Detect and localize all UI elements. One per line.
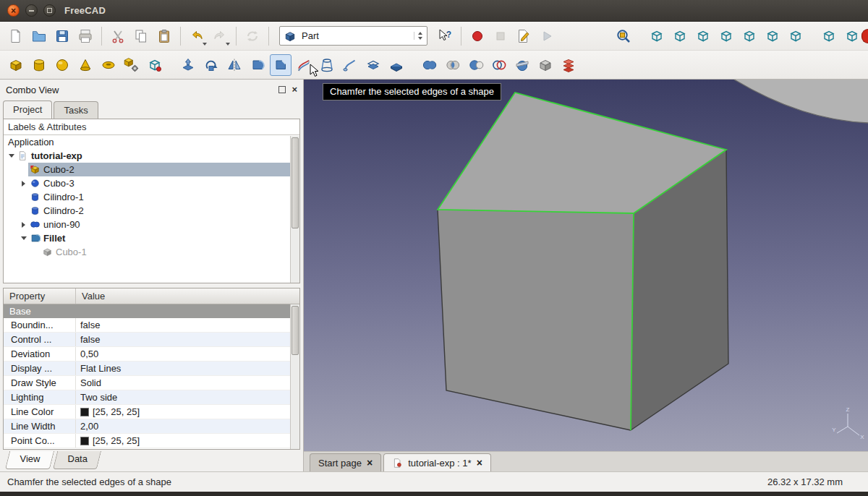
tree-expander-icon[interactable] [19,236,28,240]
property-row[interactable]: Deviation0,50 [4,347,299,362]
value-column-header[interactable]: Value [76,288,105,304]
property-value[interactable]: Solid [76,376,299,390]
document-tab-start-page[interactable]: Start page× [310,453,381,471]
part-primitives-button[interactable] [121,54,142,76]
3d-viewport[interactable]: Z Y X [304,80,868,451]
property-row[interactable]: LightingTwo side [4,390,299,405]
macro-record-button[interactable] [467,25,488,47]
cut-button[interactable] [107,25,129,47]
close-panel-icon[interactable]: × [292,86,297,93]
view-axonometric-button[interactable] [646,25,668,47]
tree-expander-icon[interactable] [7,154,16,158]
tab-data[interactable]: Data [53,451,102,469]
open-document-button[interactable] [28,25,50,47]
part-sweep-button[interactable] [339,54,361,76]
property-row[interactable]: Point Co...[25, 25, 25] [4,434,299,448]
property-row[interactable]: Line Width2,00 [4,419,299,434]
part-mirror-button[interactable] [224,54,245,76]
property-value[interactable]: 2,00 [76,419,299,433]
view-rotate-right-button[interactable] [841,25,863,47]
view-bottom-button[interactable] [762,25,783,47]
part-section-button[interactable] [511,54,533,76]
tab-project[interactable]: Project [3,101,52,119]
macro-edit-button[interactable] [513,25,535,47]
print-button[interactable] [75,25,96,47]
tree-item-cilindro-1[interactable]: Cilindro-1 [4,190,299,204]
whats-this-button[interactable]: ? [434,25,456,47]
copy-button[interactable] [130,25,152,47]
tree-expander-icon[interactable] [19,181,28,187]
refresh-button[interactable] [242,25,263,47]
property-row[interactable]: Boundin...false [4,318,299,333]
tree-scrollbar[interactable] [290,136,299,283]
part-revolve-button[interactable] [200,54,222,76]
property-row[interactable]: Display ...Flat Lines [4,362,299,376]
tree-expander-icon[interactable] [19,222,28,228]
tree-item-tutorial-exp[interactable]: tutorial-exp [4,149,299,163]
tree-item-cubo-1[interactable]: Cubo-1 [4,245,299,259]
new-document-button[interactable] [5,25,27,47]
tree-item-union-90[interactable]: union-90 [4,218,299,231]
part-boolean-common-button[interactable] [442,54,464,76]
part-boolean-cut-button[interactable] [465,54,487,76]
part-cone-button[interactable] [75,54,96,76]
combo-stepper-icon[interactable] [414,32,425,40]
minimize-window-button[interactable] [25,4,38,17]
property-value[interactable]: false [76,333,299,346]
part-compound-button[interactable] [535,54,556,76]
titlebar[interactable]: × FreeCAD [0,0,868,22]
dropdown-arrow-icon[interactable] [203,43,207,46]
view-fit-all-button[interactable] [613,25,634,47]
property-value[interactable]: 0,50 [76,347,299,361]
part-box-button[interactable] [5,54,27,76]
document-tab-tutorial-exp-1-[interactable]: tutorial-exp : 1*× [383,453,491,471]
dropdown-arrow-icon[interactable] [226,43,230,46]
property-value[interactable]: Flat Lines [76,362,299,375]
cube-object[interactable] [438,93,728,430]
property-value[interactable]: [25, 25, 25] [76,405,299,419]
property-column-header[interactable]: Property [4,288,76,304]
tab-view[interactable]: View [5,451,54,469]
property-value[interactable]: Two side [76,390,299,404]
view-right-button[interactable] [715,25,737,47]
property-scrollbar[interactable] [290,304,299,449]
view-front-button[interactable] [669,25,691,47]
redo-button[interactable] [209,25,231,47]
part-boolean-fuse-button[interactable] [419,54,441,76]
part-chamfer-button[interactable] [270,54,292,76]
view-left-button[interactable] [785,25,807,47]
maximize-window-button[interactable] [43,4,56,17]
close-tab-icon[interactable]: × [367,458,373,467]
undo-button[interactable] [186,25,208,47]
property-value[interactable]: [25, 25, 25] [76,434,299,448]
part-offset-button[interactable] [362,54,384,76]
part-boolean-button[interactable] [488,54,510,76]
macro-stop-button[interactable] [490,25,511,47]
float-panel-icon[interactable] [278,86,286,93]
tree-item-cubo-3[interactable]: Cubo-3 [4,176,299,190]
tree-item-cubo-2[interactable]: Cubo-2 [4,163,299,176]
tree-item-fillet[interactable]: Fillet [4,231,299,245]
view-top-button[interactable] [692,25,714,47]
property-row[interactable]: Draw StyleSolid [4,376,299,390]
property-value[interactable]: false [76,318,299,332]
close-tab-icon[interactable]: × [477,458,482,467]
tree-root-application[interactable]: Application [4,135,299,149]
tree-item-cilindro-2[interactable]: Cilindro-2 [4,204,299,218]
property-row[interactable]: Line Color[25, 25, 25] [4,405,299,419]
part-cylinder-button[interactable] [28,54,50,76]
view-rear-button[interactable] [739,25,760,47]
paste-button[interactable] [153,25,175,47]
save-document-button[interactable] [51,25,73,47]
workbench-selector[interactable]: Part [279,26,427,46]
close-window-button[interactable]: × [7,4,20,17]
part-shape-builder-button[interactable] [144,54,166,76]
part-thickness-button[interactable] [386,54,407,76]
part-fillet-button[interactable] [247,54,268,76]
part-cross-sections-button[interactable] [558,54,579,76]
property-group-base[interactable]: Base [4,304,299,318]
part-sphere-button[interactable] [51,54,73,76]
property-row[interactable]: Control ...false [4,333,299,347]
part-torus-button[interactable] [98,54,119,76]
view-rotate-left-button[interactable] [818,25,840,47]
